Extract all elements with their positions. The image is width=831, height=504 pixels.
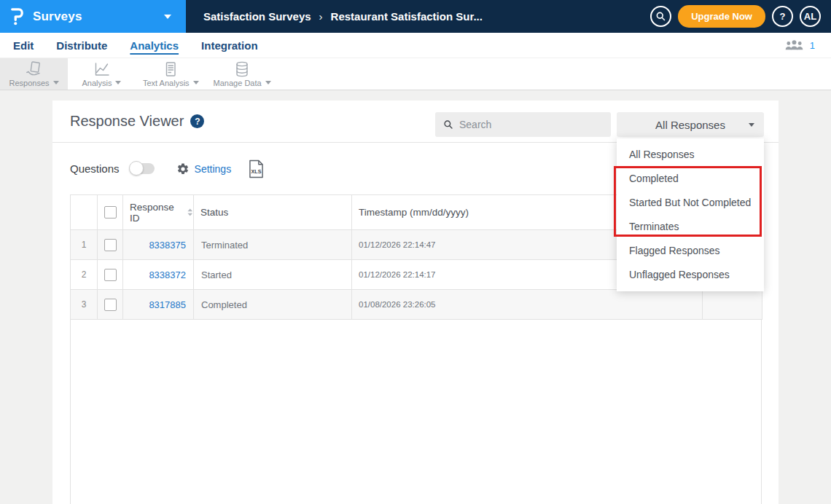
chevron-down-icon: [265, 81, 271, 84]
actions-cell: [703, 290, 762, 320]
settings-button[interactable]: Settings: [176, 162, 232, 176]
page-title: Response Viewer: [70, 113, 184, 130]
database-icon: [233, 60, 251, 78]
response-id-link[interactable]: 8338372: [149, 269, 186, 280]
menu-item-terminates[interactable]: Terminates: [617, 215, 764, 239]
search-icon: [443, 119, 453, 130]
filter-menu: All Responses Completed Started But Not …: [617, 138, 764, 291]
response-search: [435, 112, 611, 137]
row-number: 3: [71, 290, 98, 320]
toolbar-manage-data-button[interactable]: Manage Data: [206, 58, 278, 90]
row-checkbox[interactable]: [104, 239, 117, 251]
row-checkbox[interactable]: [104, 299, 117, 311]
status-cell: Completed: [194, 290, 352, 320]
row-number: 1: [71, 230, 98, 260]
help-icon[interactable]: ?: [190, 114, 204, 128]
menu-item-completed[interactable]: Completed: [617, 167, 764, 191]
table-row: 3 8317885 Completed 01/08/2026 23:26:05: [71, 290, 762, 320]
breadcrumb-separator-icon: ›: [319, 10, 323, 23]
tab-integration[interactable]: Integration: [201, 39, 258, 52]
status-cell: Terminated: [194, 230, 352, 260]
row-number-header: [71, 195, 98, 230]
settings-label: Settings: [195, 163, 232, 175]
chevron-down-icon: [164, 15, 171, 19]
avatar[interactable]: AL: [800, 6, 821, 27]
xls-file-icon: XLS: [249, 160, 264, 178]
response-id-link[interactable]: 8317885: [149, 299, 186, 310]
breadcrumb: Satisfaction Surveys › Restaurant Satisf…: [186, 10, 650, 23]
response-id-header[interactable]: Response ID: [123, 195, 194, 230]
proprofs-logo-icon: [10, 4, 25, 29]
page: Surveys Satisfaction Surveys › Restauran…: [0, 0, 831, 504]
menu-item-all-responses[interactable]: All Responses: [617, 143, 764, 167]
toolbar-text-analysis-button[interactable]: Text Analysis: [136, 58, 206, 90]
card-header: Response Viewer ? All Responses: [52, 101, 779, 143]
menu-item-flagged-responses[interactable]: Flagged Responses: [617, 239, 764, 263]
analytics-toolbar: Responses Analysis Text Analysis: [0, 58, 831, 90]
table-empty-area: [70, 320, 762, 504]
toolbar-analysis-label: Analysis: [82, 79, 112, 87]
text-analysis-icon: [162, 60, 179, 78]
tab-distribute[interactable]: Distribute: [56, 39, 107, 52]
brand-label: Surveys: [33, 9, 82, 24]
select-all-checkbox[interactable]: [104, 206, 117, 218]
toolbar-responses-button[interactable]: Responses: [0, 58, 68, 90]
tab-bar: Edit Distribute Analytics Integration 1: [0, 33, 831, 58]
collaborators-icon: [785, 39, 803, 51]
select-all-header: [98, 195, 123, 230]
gear-icon: [176, 162, 190, 176]
menu-item-unflagged-responses[interactable]: Unflagged Responses: [617, 263, 764, 287]
toolbar-analysis-button[interactable]: Analysis: [68, 58, 136, 90]
status-cell: Started: [194, 260, 352, 290]
breadcrumb-current: Restaurant Satisfaction Sur...: [331, 10, 483, 23]
top-bar: Surveys Satisfaction Surveys › Restauran…: [0, 0, 831, 33]
export-xls-button[interactable]: XLS: [249, 160, 264, 178]
row-checkbox[interactable]: [104, 269, 117, 281]
timestamp-cell: 01/08/2026 23:26:05: [352, 290, 703, 320]
questions-toggle[interactable]: [130, 163, 155, 174]
response-id-link[interactable]: 8338375: [149, 240, 186, 251]
status-header: Status: [194, 195, 352, 230]
tab-analytics[interactable]: Analytics: [130, 39, 179, 52]
upgrade-now-button[interactable]: Upgrade Now: [678, 5, 765, 28]
toolbar-manage-data-label: Manage Data: [214, 79, 262, 87]
xls-icon-label: XLS: [251, 168, 262, 174]
help-button[interactable]: ?: [772, 6, 793, 27]
tab-edit[interactable]: Edit: [13, 39, 34, 52]
sort-icon[interactable]: [187, 208, 193, 216]
filter-selected-label: All Responses: [655, 119, 725, 131]
breadcrumb-root[interactable]: Satisfaction Surveys: [203, 10, 311, 23]
collaborators-count: 1: [810, 40, 815, 51]
questions-label: Questions: [70, 162, 120, 175]
collaborators[interactable]: 1: [785, 39, 831, 51]
chevron-down-icon: [53, 81, 59, 84]
response-filter-dropdown[interactable]: All Responses: [617, 112, 764, 137]
menu-item-started-but-not-completed[interactable]: Started But Not Completed: [617, 191, 764, 215]
chevron-down-icon: [193, 81, 199, 84]
response-id-header-label: Response ID: [130, 202, 183, 224]
toolbar-responses-label: Responses: [9, 79, 49, 87]
row-number: 2: [71, 260, 98, 290]
topbar-actions: Upgrade Now ? AL: [650, 5, 831, 28]
toolbar-text-analysis-label: Text Analysis: [143, 79, 190, 87]
search-button[interactable]: [650, 6, 671, 27]
brand-switcher[interactable]: Surveys: [0, 0, 186, 33]
analysis-chart-icon: [93, 60, 111, 78]
chevron-down-icon: [749, 123, 754, 127]
search-icon: [655, 11, 666, 22]
responses-icon: [26, 60, 43, 78]
toggle-knob: [129, 161, 144, 176]
search-input[interactable]: [459, 119, 603, 130]
chevron-down-icon: [115, 81, 121, 84]
